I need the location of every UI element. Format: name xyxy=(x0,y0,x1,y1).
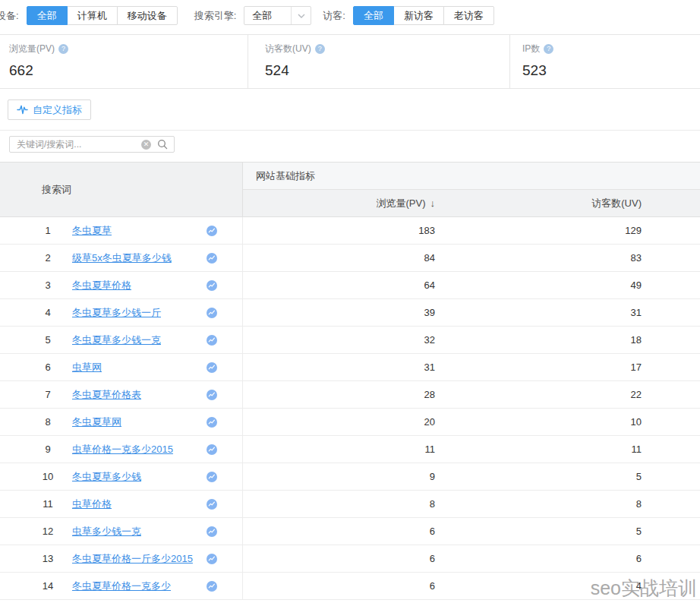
keyword-link[interactable]: 虫草多少钱一克 xyxy=(72,525,141,538)
keyword-link[interactable]: 冬虫夏草多少钱 xyxy=(72,470,141,484)
row-uv: 17 xyxy=(448,354,654,380)
sort-desc-icon: ↓ xyxy=(430,197,436,209)
trend-icon[interactable] xyxy=(207,362,217,373)
table-row: 5 冬虫夏草多少钱一克 32 18 xyxy=(0,327,700,354)
help-icon[interactable]: ? xyxy=(544,44,553,54)
column-header-keyword: 搜索词 xyxy=(0,163,243,216)
row-uv: 4 xyxy=(448,573,654,599)
trend-icon[interactable] xyxy=(207,280,217,291)
trend-icon[interactable] xyxy=(207,581,217,592)
row-pv: 6 xyxy=(243,518,448,545)
pulse-icon xyxy=(17,104,28,115)
row-uv: 5 xyxy=(448,463,654,490)
row-pv: 32 xyxy=(243,327,448,353)
search-input[interactable] xyxy=(10,139,141,150)
stat-pv: 浏览量(PV) ? 662 xyxy=(0,35,248,88)
stat-ip: IP数 ? 523 xyxy=(510,35,700,88)
keyword-link[interactable]: 虫草价格 xyxy=(72,497,112,511)
trend-icon[interactable] xyxy=(207,335,217,346)
row-uv: 22 xyxy=(448,381,654,408)
row-rank: 10 xyxy=(36,471,59,482)
search-icon[interactable] xyxy=(157,139,168,150)
chevron-down-icon xyxy=(291,7,311,24)
group-header-site-metrics: 网站基础指标 xyxy=(243,163,700,190)
custom-metric-button[interactable]: 自定义指标 xyxy=(8,99,91,120)
table-row: 13 冬虫夏草价格一斤多少2015 6 6 xyxy=(0,545,700,573)
column-header-uv[interactable]: 访客数(UV) xyxy=(448,197,654,210)
row-rank: 8 xyxy=(36,416,59,428)
trend-icon[interactable] xyxy=(207,499,217,510)
device-option-mobile[interactable]: 移动设备 xyxy=(117,6,178,25)
row-rank: 14 xyxy=(36,580,59,592)
trend-icon[interactable] xyxy=(207,308,217,318)
keyword-link[interactable]: 冬虫夏草网 xyxy=(72,415,121,429)
trend-icon[interactable] xyxy=(207,226,217,236)
table-row: 2 级草5x冬虫夏草多少钱 84 83 xyxy=(0,245,700,272)
trend-icon[interactable] xyxy=(207,444,217,455)
visitor-option-returning[interactable]: 老访客 xyxy=(443,6,494,25)
stat-ip-value: 523 xyxy=(522,62,700,79)
device-filter-group: 全部 计算机 移动设备 xyxy=(27,6,178,25)
table-row: 7 冬虫夏草价格表 28 22 xyxy=(0,381,700,409)
table-row: 14 冬虫夏草价格一克多少 6 4 xyxy=(0,573,700,600)
visitor-option-all[interactable]: 全部 xyxy=(353,6,394,25)
table-row: 11 虫草价格 8 8 xyxy=(0,491,700,518)
table-row: 1 冬虫夏草 183 129 xyxy=(0,217,700,245)
row-pv: 183 xyxy=(243,217,448,244)
search-box: ✕ xyxy=(9,136,175,153)
trend-icon[interactable] xyxy=(207,390,217,400)
table-row: 3 冬虫夏草价格 64 49 xyxy=(0,272,700,299)
keywords-table: 搜索词 网站基础指标 浏览量(PV)↓ 访客数(UV) 1 冬虫夏草 183 1… xyxy=(0,162,700,600)
stat-ip-label: IP数 xyxy=(522,43,540,55)
keyword-link[interactable]: 冬虫夏草 xyxy=(72,224,112,238)
table-body: 1 冬虫夏草 183 129 2 级草5x冬虫夏草多少钱 84 83 3 冬虫夏… xyxy=(0,217,700,600)
stat-uv-value: 524 xyxy=(265,62,509,79)
keyword-link[interactable]: 虫草网 xyxy=(72,361,102,374)
row-rank: 7 xyxy=(36,389,59,400)
trend-icon[interactable] xyxy=(207,417,217,428)
row-uv: 10 xyxy=(448,409,654,435)
stat-uv: 访客数(UV) ? 524 xyxy=(248,35,510,88)
trend-icon[interactable] xyxy=(207,253,217,264)
row-pv: 84 xyxy=(243,245,448,271)
clear-icon[interactable]: ✕ xyxy=(141,140,151,150)
keyword-link[interactable]: 级草5x冬虫夏草多少钱 xyxy=(72,251,172,265)
trend-icon[interactable] xyxy=(207,554,217,564)
device-option-all[interactable]: 全部 xyxy=(27,6,68,25)
custom-metric-label: 自定义指标 xyxy=(33,103,82,117)
keyword-link[interactable]: 冬虫夏草价格 xyxy=(72,279,131,292)
search-engine-select[interactable]: 全部 xyxy=(244,6,311,25)
keyword-link[interactable]: 冬虫夏草多少钱一斤 xyxy=(72,306,161,320)
help-icon[interactable]: ? xyxy=(315,44,325,54)
table-row: 12 虫草多少钱一克 6 5 xyxy=(0,518,700,545)
trend-icon[interactable] xyxy=(207,472,217,482)
row-uv: 49 xyxy=(448,272,654,298)
row-rank: 12 xyxy=(36,526,59,537)
row-rank: 11 xyxy=(36,498,59,510)
visitor-option-new[interactable]: 新访客 xyxy=(393,6,444,25)
keyword-link[interactable]: 冬虫夏草多少钱一克 xyxy=(72,333,161,347)
keyword-link[interactable]: 虫草价格一克多少2015 xyxy=(72,443,173,456)
row-uv: 31 xyxy=(448,299,654,326)
row-uv: 18 xyxy=(448,327,654,353)
search-engine-selected-value: 全部 xyxy=(244,9,291,23)
row-rank: 1 xyxy=(36,225,59,236)
row-pv: 11 xyxy=(243,436,448,463)
stats-row: 浏览量(PV) ? 662 访客数(UV) ? 524 IP数 ? 523 xyxy=(0,34,700,89)
row-rank: 9 xyxy=(36,444,59,455)
row-uv: 129 xyxy=(448,217,654,244)
keyword-link[interactable]: 冬虫夏草价格表 xyxy=(72,388,141,402)
row-uv: 6 xyxy=(448,545,654,572)
column-header-pv[interactable]: 浏览量(PV)↓ xyxy=(243,197,448,210)
keyword-link[interactable]: 冬虫夏草价格一克多少 xyxy=(72,579,171,593)
row-pv: 28 xyxy=(243,381,448,408)
device-option-computer[interactable]: 计算机 xyxy=(67,6,118,25)
visitor-filter-label: 访客: xyxy=(323,6,345,25)
row-pv: 20 xyxy=(243,409,448,435)
row-pv: 8 xyxy=(243,491,448,517)
trend-icon[interactable] xyxy=(207,526,217,537)
keyword-link[interactable]: 冬虫夏草价格一斤多少2015 xyxy=(72,552,193,566)
visitor-filter-group: 全部 新访客 老访客 xyxy=(353,6,494,25)
help-icon[interactable]: ? xyxy=(58,44,68,54)
stat-pv-label: 浏览量(PV) xyxy=(9,43,55,55)
